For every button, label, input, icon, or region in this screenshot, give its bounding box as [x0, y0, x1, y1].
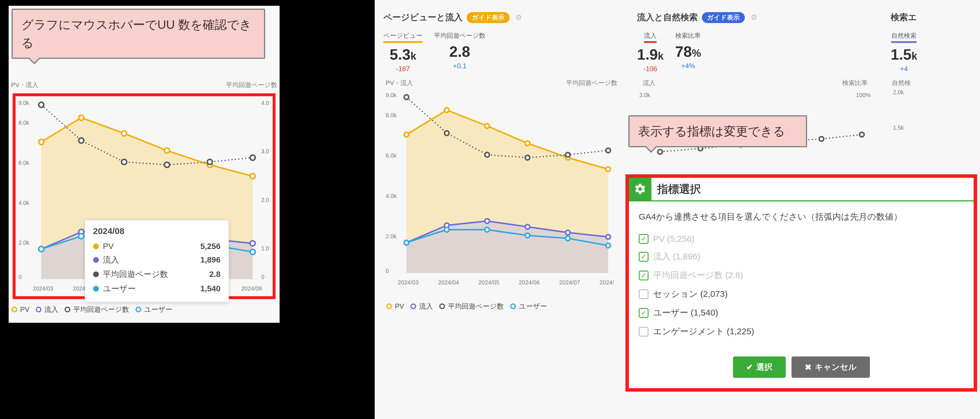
- metric-label: ページビュー: [383, 32, 423, 43]
- tooltip-row-pv: PV 5,256: [93, 240, 221, 253]
- guide-badge[interactable]: ガイド表示: [702, 12, 745, 23]
- metric-unit: k: [912, 50, 917, 62]
- check-label: エンゲージメント (1,225): [653, 325, 754, 338]
- svg-point-47: [444, 108, 449, 113]
- legend-pv[interactable]: PV: [386, 302, 404, 311]
- svg-text:6.0k: 6.0k: [386, 152, 397, 159]
- checkbox-icon: ✓: [639, 252, 649, 262]
- tooltip-date: 2024/08: [93, 226, 221, 236]
- svg-text:2024/06: 2024/06: [519, 279, 539, 286]
- bullet-icon: [93, 286, 99, 292]
- chart-axis-head: PV・流入 平均回遊ページ数: [9, 81, 280, 90]
- metric-value: 1.9: [637, 46, 658, 63]
- check-option-pv[interactable]: ✓ PV (5,256): [639, 230, 964, 247]
- svg-point-21: [164, 162, 169, 167]
- chart-pv-inflow[interactable]: 9.0k 8.0k 6.0k 4.0k 2.0k 0: [383, 89, 620, 296]
- svg-text:2024/05: 2024/05: [479, 279, 499, 286]
- svg-point-15: [164, 148, 169, 153]
- metric-search-ratio[interactable]: 検索比率 78% +4%: [675, 32, 701, 75]
- tooltip-value: 1,896: [200, 256, 221, 265]
- check-option-user[interactable]: ✓ ユーザー (1,540): [639, 303, 964, 322]
- check-icon: ✔: [746, 362, 753, 372]
- check-option-engagement[interactable]: エンゲージメント (1,225): [639, 322, 964, 341]
- legend-avg[interactable]: 平均回遊ページ数: [65, 305, 129, 314]
- legend-inflow[interactable]: 流入: [410, 302, 433, 311]
- circle-icon: [410, 303, 416, 309]
- gear-icon[interactable]: ⚙: [515, 13, 522, 22]
- legend-user[interactable]: ユーザー: [135, 305, 172, 314]
- callout-hover-tooltip: グラフにマウスホバーでUU 数を確認できる: [11, 9, 265, 59]
- svg-point-22: [207, 159, 212, 165]
- card-pageview-inflow: ページビューと流入 ガイド表示 ⚙ ページビュー 5.3k -187 平均回遊ペ…: [383, 11, 620, 311]
- svg-point-68: [566, 236, 570, 241]
- legend-avg[interactable]: 平均回遊ページ数: [439, 302, 504, 311]
- card-title: ページビューと流入: [383, 11, 463, 23]
- svg-point-12: [39, 140, 44, 144]
- legend-label: 平均回遊ページ数: [73, 305, 129, 314]
- check-label: セッション (2,073): [653, 288, 727, 300]
- select-button[interactable]: ✔ 選択: [733, 357, 786, 378]
- check-label: PV (5,256): [653, 234, 694, 244]
- axis-label-right: 平均回遊ページ数: [566, 79, 617, 87]
- circle-icon: [439, 303, 445, 309]
- svg-point-29: [250, 241, 255, 246]
- svg-point-55: [525, 156, 530, 160]
- metric-avg-pages[interactable]: 平均回遊ページ数 2.8 +0.1: [434, 32, 485, 75]
- right-panel: ページビューと流入 ガイド表示 ⚙ ページビュー 5.3k -187 平均回遊ペ…: [375, 0, 980, 419]
- svg-point-53: [444, 131, 449, 135]
- metric-unit: k: [658, 50, 663, 62]
- metric-label: 検索比率: [675, 32, 701, 40]
- svg-point-18: [39, 102, 44, 108]
- axis-label-right: 検索比率: [842, 79, 868, 87]
- tooltip-label: ユーザー: [103, 283, 136, 294]
- checkbox-icon: ✓: [639, 308, 649, 318]
- legend-pv[interactable]: PV: [11, 305, 29, 314]
- svg-text:3.0: 3.0: [261, 148, 269, 154]
- svg-point-46: [404, 132, 409, 137]
- checkbox-icon: ✓: [639, 271, 649, 280]
- circle-icon: [510, 303, 516, 309]
- svg-text:2024/: 2024/: [600, 279, 614, 286]
- svg-point-88: [819, 136, 824, 141]
- check-option-avg[interactable]: ✓ 平均回遊ページ数 (2.8): [639, 266, 964, 285]
- metrics-select-modal: 指標選択 GA4から連携させる項目を選んでください（括弧内は先月の数値） ✓ P…: [625, 175, 977, 392]
- tooltip-value: 5,256: [200, 242, 221, 251]
- left-panel: グラフにマウスホバーでUU 数を確認できる PV・流入 平均回遊ページ数 9.0…: [9, 6, 280, 323]
- svg-text:2024/07: 2024/07: [559, 279, 580, 286]
- axis-label-right: 平均回遊ページ数: [226, 81, 277, 89]
- metric-value: 1.5: [891, 46, 912, 63]
- svg-point-14: [122, 131, 127, 136]
- metric-pageview[interactable]: ページビュー 5.3k -187: [383, 32, 423, 75]
- metric-inflow[interactable]: 流入 1.9k -106: [637, 32, 663, 75]
- svg-point-17: [250, 174, 255, 179]
- svg-text:3.0k: 3.0k: [639, 92, 651, 98]
- svg-point-56: [566, 152, 570, 157]
- metric-label: 平均回遊ページ数: [434, 32, 485, 40]
- card-title: 流入と自然検索: [637, 11, 698, 23]
- checkbox-icon: ✓: [639, 234, 649, 244]
- metric-label: 自然検索: [891, 32, 916, 43]
- legend-user[interactable]: ユーザー: [510, 302, 547, 311]
- metric-value: 5.3: [390, 46, 410, 63]
- metric-delta: +4: [891, 65, 917, 73]
- guide-badge[interactable]: ガイド表示: [467, 12, 510, 23]
- metric-organic[interactable]: 自然検索 1.5k +4: [891, 32, 917, 75]
- circle-icon: [135, 306, 141, 313]
- check-option-session[interactable]: セッション (2,073): [639, 285, 964, 303]
- gear-icon[interactable]: ⚙: [751, 13, 757, 22]
- tooltip-row-user: ユーザー 1,540: [93, 281, 221, 296]
- check-label: 流入 (1,896): [653, 251, 700, 262]
- legend-inflow[interactable]: 流入: [36, 305, 58, 314]
- svg-point-54: [485, 152, 489, 157]
- svg-point-19: [79, 138, 84, 143]
- svg-point-64: [404, 240, 409, 245]
- svg-text:1.0: 1.0: [261, 245, 269, 252]
- check-option-inflow[interactable]: ✓ 流入 (1,896): [639, 247, 964, 266]
- check-label: ユーザー (1,540): [653, 307, 718, 319]
- cancel-button[interactable]: ✖ キャンセル: [791, 357, 870, 378]
- svg-point-51: [606, 167, 611, 171]
- svg-text:4.0k: 4.0k: [18, 200, 29, 206]
- axis-tick: 2.0k: [891, 89, 960, 96]
- close-icon: ✖: [805, 362, 811, 372]
- tooltip-label: 平均回遊ページ数: [103, 269, 168, 280]
